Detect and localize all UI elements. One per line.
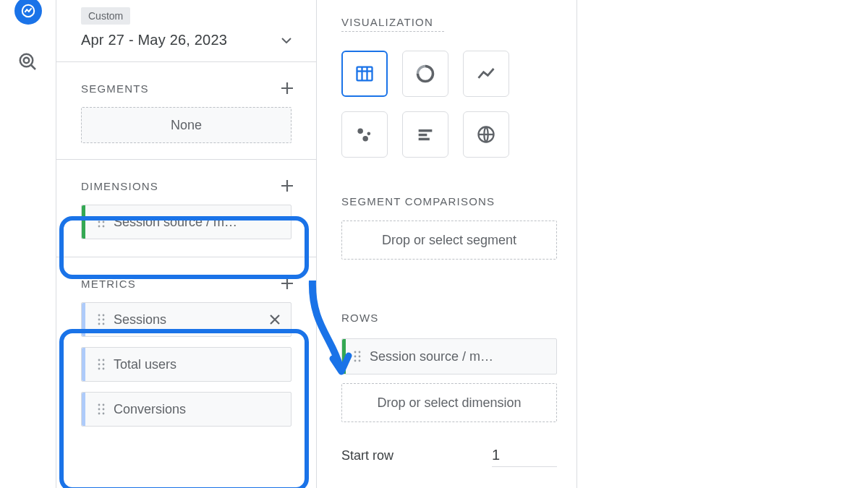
- segments-title: SEGMENTS: [81, 82, 149, 95]
- svg-point-21: [98, 404, 101, 406]
- svg-point-23: [98, 408, 101, 411]
- svg-point-5: [98, 221, 101, 223]
- svg-point-4: [103, 217, 105, 219]
- add-metric-button[interactable]: [277, 273, 297, 294]
- svg-point-1: [20, 54, 33, 67]
- svg-point-33: [362, 136, 367, 141]
- svg-rect-36: [419, 134, 427, 137]
- drag-handle-icon[interactable]: [98, 313, 105, 326]
- visualization-grid: [341, 51, 576, 158]
- svg-point-12: [103, 319, 105, 321]
- drag-handle-icon[interactable]: [354, 350, 361, 363]
- svg-point-34: [367, 132, 371, 136]
- svg-point-20: [103, 368, 105, 370]
- remove-metric-button[interactable]: [268, 312, 282, 327]
- svg-point-13: [98, 323, 101, 325]
- svg-point-6: [103, 221, 105, 223]
- visualization-title: VISUALIZATION: [341, 0, 576, 28]
- svg-point-16: [103, 359, 105, 361]
- metrics-title: METRICS: [81, 278, 136, 290]
- metric-chip[interactable]: Conversions: [81, 392, 292, 427]
- svg-rect-35: [419, 129, 433, 132]
- canvas-area: [577, 0, 868, 488]
- start-row-label: Start row: [341, 448, 492, 463]
- metric-chip-label: Sessions: [114, 312, 268, 328]
- vis-option-line[interactable]: [463, 51, 509, 97]
- svg-point-18: [103, 364, 105, 366]
- vis-option-table[interactable]: [341, 51, 388, 97]
- svg-point-8: [103, 226, 105, 228]
- svg-point-17: [98, 364, 101, 366]
- chip-indicator: [82, 348, 85, 381]
- segments-empty-drop[interactable]: None: [81, 107, 292, 143]
- visualization-underline: [341, 31, 444, 32]
- config-panel: Custom Apr 27 - May 26, 2023 SEGMENTS No…: [56, 0, 317, 488]
- dimension-chip-label: Session source / m…: [114, 215, 282, 230]
- vis-option-bar[interactable]: [402, 111, 448, 158]
- svg-point-2: [23, 58, 29, 64]
- svg-point-40: [359, 351, 361, 354]
- svg-point-9: [98, 314, 101, 317]
- nav-item-explore[interactable]: [15, 49, 41, 75]
- date-range-selector[interactable]: Apr 27 - May 26, 2023: [81, 32, 292, 48]
- svg-point-31: [422, 70, 428, 77]
- chevron-down-icon: [281, 38, 292, 43]
- svg-point-39: [354, 351, 357, 354]
- chip-indicator: [82, 393, 85, 426]
- metric-chip[interactable]: Total users: [81, 347, 292, 382]
- rows-drop[interactable]: Drop or select dimension: [341, 383, 557, 422]
- svg-point-25: [98, 413, 101, 415]
- svg-point-19: [98, 368, 101, 370]
- drag-handle-icon[interactable]: [98, 358, 105, 371]
- vis-option-geo[interactable]: [463, 111, 509, 158]
- metric-chip[interactable]: Sessions: [81, 302, 292, 337]
- svg-point-43: [354, 360, 357, 362]
- svg-point-14: [103, 323, 105, 325]
- svg-point-26: [103, 413, 105, 415]
- svg-point-24: [103, 408, 105, 411]
- rows-chip-label: Session source / m…: [370, 349, 556, 364]
- metric-chip-label: Total users: [114, 357, 282, 372]
- segment-comparisons-title: SEGMENT COMPARISONS: [341, 195, 576, 207]
- svg-point-41: [354, 356, 357, 358]
- start-row-input[interactable]: [492, 444, 557, 467]
- add-segment-button[interactable]: [277, 78, 297, 98]
- segment-comparisons-drop[interactable]: Drop or select segment: [341, 221, 557, 260]
- date-range-text: Apr 27 - May 26, 2023: [81, 32, 227, 48]
- svg-point-42: [359, 356, 361, 358]
- svg-point-7: [98, 226, 101, 228]
- settings-panel: VISUALIZATION SEGMENT COMPARISONS Drop o…: [317, 0, 577, 488]
- svg-point-11: [98, 319, 101, 321]
- svg-point-10: [103, 314, 105, 317]
- chip-indicator: [82, 205, 85, 239]
- rows-chip[interactable]: Session source / m…: [341, 338, 557, 374]
- chip-indicator: [342, 339, 346, 374]
- dimension-chip[interactable]: Session source / m…: [81, 205, 292, 239]
- rows-title: ROWS: [341, 312, 576, 324]
- svg-rect-27: [357, 67, 373, 81]
- svg-point-3: [98, 217, 101, 219]
- svg-point-22: [103, 404, 105, 406]
- chip-indicator: [82, 303, 85, 336]
- metric-chip-label: Conversions: [114, 402, 282, 417]
- nav-item-reports[interactable]: [14, 0, 42, 25]
- svg-point-32: [357, 129, 362, 134]
- dimensions-title: DIMENSIONS: [81, 180, 158, 192]
- vis-option-scatter[interactable]: [341, 111, 388, 158]
- svg-point-44: [359, 360, 361, 362]
- svg-point-15: [98, 359, 101, 361]
- drag-handle-icon[interactable]: [98, 215, 105, 228]
- left-nav: [0, 0, 56, 488]
- add-dimension-button[interactable]: [277, 176, 297, 196]
- drag-handle-icon[interactable]: [98, 403, 105, 416]
- svg-rect-37: [419, 138, 430, 141]
- vis-option-donut[interactable]: [402, 51, 448, 97]
- date-range-label: Custom: [81, 7, 130, 25]
